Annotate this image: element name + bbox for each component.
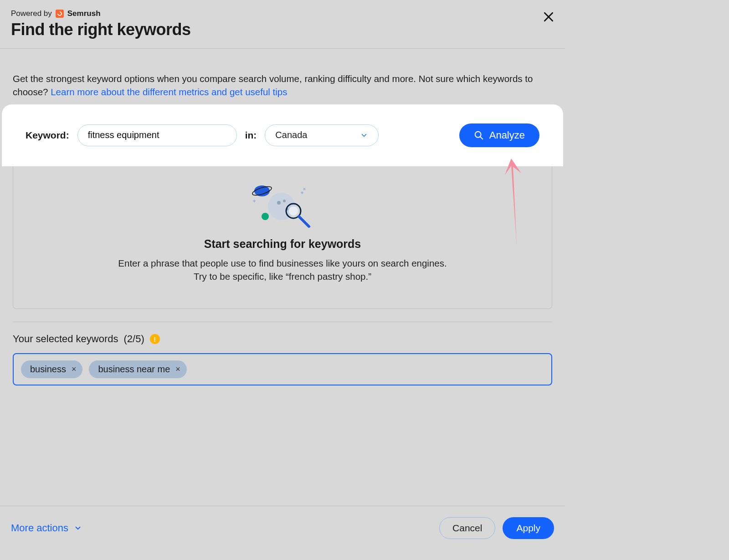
divider [13, 322, 552, 322]
keyword-search-bar: Keyword: in: Canada Analyze [7, 110, 558, 161]
empty-state-line1: Enter a phrase that people use to find b… [118, 258, 447, 268]
empty-state-card: Start searching for keywords Enter a phr… [13, 166, 552, 309]
modal-footer: More actions Cancel Apply [0, 506, 565, 560]
svg-point-8 [262, 213, 269, 220]
analyze-button-label: Analyze [489, 129, 525, 141]
country-selected-value: Canada [275, 130, 307, 140]
keyword-label: Keyword: [26, 130, 69, 141]
modal-header: Powered by Semrush Find the right keywor… [0, 0, 565, 49]
keyword-input[interactable] [77, 124, 237, 146]
keyword-chip: business× [21, 360, 82, 378]
keyword-chip-label: business [30, 364, 66, 375]
search-icon [474, 130, 484, 140]
svg-point-2 [268, 193, 295, 220]
chevron-down-icon [360, 131, 368, 139]
empty-state-text: Enter a phrase that people use to find b… [96, 257, 469, 283]
brand-name: Semrush [67, 9, 101, 18]
close-icon [543, 11, 554, 23]
svg-line-11 [299, 216, 309, 226]
in-label: in: [245, 130, 257, 141]
keyword-chip-label: business near me [98, 364, 170, 375]
svg-line-1 [480, 137, 483, 139]
more-actions-menu[interactable]: More actions [11, 522, 82, 534]
selected-keywords-count: (2/5) [124, 333, 144, 345]
empty-state-line2: Try to be specific, like “french pastry … [194, 271, 371, 282]
analyze-button[interactable]: Analyze [459, 123, 539, 147]
chevron-down-icon [74, 524, 82, 532]
svg-point-6 [254, 185, 270, 196]
svg-point-3 [277, 201, 281, 205]
keyword-chip: business near me× [89, 360, 186, 378]
page-title: Find the right keywords [11, 20, 554, 39]
powered-by-row: Powered by Semrush [11, 9, 554, 18]
close-button[interactable] [541, 10, 556, 25]
cancel-button[interactable]: Cancel [439, 517, 495, 539]
apply-button[interactable]: Apply [503, 517, 554, 539]
selected-keywords-header: Your selected keywords (2/5) ! [13, 333, 552, 345]
more-actions-label: More actions [11, 522, 68, 534]
selected-keywords-label: Your selected keywords [13, 333, 118, 345]
keyword-modal: Powered by Semrush Find the right keywor… [0, 0, 565, 560]
powered-by-label: Powered by [11, 9, 52, 18]
semrush-logo-icon [56, 10, 64, 18]
empty-state-title: Start searching for keywords [26, 237, 539, 251]
svg-point-10 [289, 206, 298, 216]
warning-icon: ! [150, 334, 160, 344]
intro-text: Get the strongest keyword options when y… [13, 72, 552, 99]
country-select[interactable]: Canada [265, 124, 379, 146]
selected-keywords-input[interactable]: business×business near me× [13, 353, 552, 385]
remove-chip-icon[interactable]: × [72, 365, 77, 374]
remove-chip-icon[interactable]: × [175, 365, 180, 374]
svg-point-5 [283, 200, 286, 202]
search-illustration-icon [246, 185, 319, 230]
modal-body: Get the strongest keyword options when y… [0, 49, 565, 385]
learn-more-link[interactable]: Learn more about the different metrics a… [51, 87, 287, 97]
